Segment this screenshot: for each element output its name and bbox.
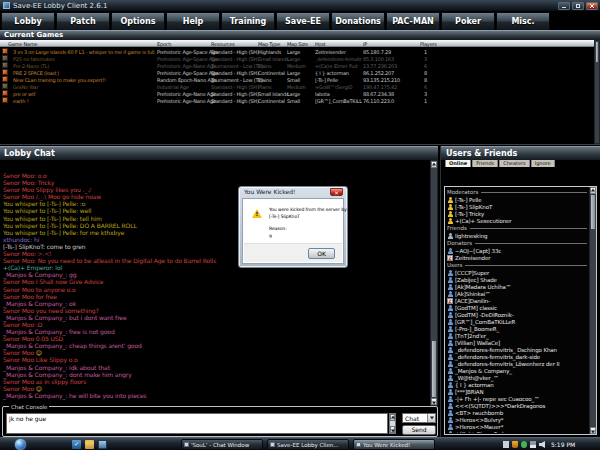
games-column-header[interactable]: Game Name — [8, 41, 37, 47]
ok-button[interactable]: OK — [308, 248, 335, 259]
user-list-item[interactable]: [-Ts-] Tricky — [447, 210, 587, 217]
chat-input[interactable]: jk no he gue — [6, 413, 388, 434]
menu-tab-patch[interactable]: Patch — [56, 12, 110, 30]
menu-tab-misc-[interactable]: Misc. — [496, 12, 550, 30]
menu-tab-poker[interactable]: Poker — [441, 12, 495, 30]
game-row[interactable]: New CLan training to make you expert!!Ra… — [0, 76, 594, 83]
user-list-item[interactable]: _W@th@vker_™ — [447, 374, 587, 381]
taskbar-window-button[interactable]: You Were Kicked! — [353, 439, 435, 450]
title-bar[interactable]: Save-EE Lobby Client 2.6.1 — [0, 0, 600, 11]
user-list-item[interactable]: >Heros<>Bulvry* — [447, 416, 587, 423]
game-row[interactable]: pre or wtfPrehistoric Age-Nano AgeStanda… — [0, 90, 594, 97]
user-list-item[interactable]: [Villian] WallaCe] — [447, 339, 587, 346]
game-row[interactable]: P2S no fate/nukesPrehistoric Age-Space A… — [0, 55, 594, 62]
games-column-header[interactable]: Epoch — [157, 41, 171, 47]
scroll-down-arrow[interactable] — [431, 398, 437, 405]
user-list-item[interactable]: { I } actorman — [447, 381, 587, 388]
user-list-item[interactable]: Zeitreisender — [447, 254, 587, 261]
chat-input-scrollbar[interactable] — [389, 413, 396, 434]
user-list-item[interactable]: [-Ts-] Pelle — [447, 196, 587, 203]
scroll-down-arrow[interactable] — [590, 427, 596, 434]
game-row[interactable]: GraNo WarIndustrial AgeStandard - High (… — [0, 83, 594, 90]
minimize-button[interactable] — [558, 2, 570, 10]
user-name: [Ak]Shinkai™ — [455, 291, 491, 297]
scroll-up-arrow[interactable] — [390, 414, 395, 421]
chat-scrollbar[interactable] — [430, 160, 438, 406]
user-list-item[interactable]: [Zabijec] Shade — [447, 276, 587, 283]
status-online-icon[interactable] — [521, 441, 527, 448]
chat-message: Senor Moo Like Slippy o.o — [3, 356, 430, 363]
menu-tab-help[interactable]: Help — [166, 12, 220, 30]
send-button[interactable]: Send — [402, 425, 436, 435]
games-column-header[interactable]: Resources — [211, 41, 235, 47]
user-list-item[interactable]: [GR™]_ComBaTKiLLeR — [447, 318, 587, 325]
user-list-item[interactable]: [GodTM] -DeDiRoznik- — [447, 311, 587, 318]
chevron-down-icon[interactable] — [427, 414, 435, 422]
users-scrollbar[interactable] — [589, 187, 596, 434]
games-column-header[interactable]: Host — [315, 41, 326, 47]
users-scrollbar-thumb[interactable] — [591, 195, 595, 229]
scroll-down-arrow[interactable] — [390, 426, 395, 433]
quick-launch — [72, 440, 107, 449]
user-list-item[interactable]: _defendores-femvitris_dark-side — [447, 353, 587, 360]
user-list-item[interactable]: <<<(SQTDT)>>>*DarkDragonos — [447, 402, 587, 409]
games-column-header[interactable]: Map Type — [258, 41, 280, 47]
user-list-item[interactable]: [GodTM] classic — [447, 304, 587, 311]
games-scrollbar[interactable] — [594, 40, 600, 144]
game-row[interactable]: PRE 2 SPACE (load:)Prehistoric Age-Space… — [0, 69, 594, 76]
taskbar-clock[interactable]: 5:19 PM — [551, 438, 575, 450]
user-list-item[interactable]: -|+ Fh +|- nepe sec Cuaocoo_™ — [447, 395, 587, 402]
taskbar-window-button[interactable]: Save-EE Lobby Clien... — [267, 439, 349, 450]
user-list-item[interactable]: +(Ca)+ Sexecutioner — [447, 217, 587, 224]
user-list-item[interactable]: lightnesking — [447, 232, 587, 239]
volume-icon[interactable] — [539, 441, 545, 448]
scroll-up-arrow[interactable] — [431, 161, 437, 168]
user-list-item[interactable]: ~AOJ~[Capt] 33c — [447, 247, 587, 254]
user-list-item[interactable]: [***]BRiAN — [447, 388, 587, 395]
menu-tab-save-ee[interactable]: Save-EE — [276, 12, 330, 30]
user-list-item[interactable]: +(Ca)+ Elmer Fud — [447, 430, 587, 433]
games-column-header[interactable]: Map Size — [287, 41, 308, 47]
games-scrollbar-thumb[interactable] — [596, 42, 598, 62]
users-listbox: Moderators [-Ts-] Pelle [-Ts-] SlipKnoT … — [444, 186, 597, 435]
game-row[interactable]: 3 vs 3 on Large Islands 60 F L1 - whispe… — [0, 48, 594, 55]
user-list-item[interactable]: [-Ts-] SlipKnoT — [447, 203, 587, 210]
user-list-item[interactable]: _defendores-femvitris_ Dschingo Khan — [447, 346, 587, 353]
channel-select[interactable]: Chat — [402, 413, 436, 423]
menu-tab-lobby[interactable]: Lobby — [1, 12, 55, 30]
game-row[interactable]: earth !Prehistoric Age-Nano AgeStandard … — [0, 97, 594, 104]
user-list-item[interactable]: >Heros<>Mauer* — [447, 423, 587, 430]
user-list-item[interactable]: [-Pro-]_BoomeR_ — [447, 325, 587, 332]
menu-tab-donations[interactable]: Donations — [331, 12, 385, 30]
menu-tab-options[interactable]: Options — [111, 12, 165, 30]
user-list-item[interactable]: _Manjos & Company_ — [447, 367, 587, 374]
messenger-shortcut-icon[interactable] — [72, 440, 81, 449]
games-column-header[interactable]: IP — [363, 41, 367, 47]
user-list-item[interactable]: _defendores-femvitris_Löwenherz der II — [447, 360, 587, 367]
menu-tab-pac-man[interactable]: PAC-MAN — [386, 12, 440, 30]
dialog-close-button[interactable] — [330, 188, 343, 196]
folder-shortcut-icon[interactable] — [85, 440, 94, 449]
start-button[interactable] — [15, 439, 26, 450]
user-list-item[interactable]: [CCCP]Super — [447, 269, 587, 276]
chat-message: _Manjos & Company_: dont make him angry — [3, 371, 430, 378]
dialog-title[interactable]: You Were Kicked! — [244, 188, 296, 195]
user-list-item[interactable]: [TnT]2nd'er_ — [447, 332, 587, 339]
game-row[interactable]: Pre-2-Nano (TL)Prehistoric Age-Nano AgeT… — [0, 62, 594, 69]
chat-scrollbar-thumb[interactable] — [432, 341, 436, 397]
maximize-button[interactable] — [572, 2, 584, 10]
menu-tab-training[interactable]: Training — [221, 12, 275, 30]
scroll-up-arrow[interactable] — [590, 187, 596, 194]
security-shield-icon[interactable] — [512, 441, 518, 448]
user-list-item[interactable]: [Ak]Shinkai™ — [447, 290, 587, 297]
taskbar-window-button[interactable]: 'SouL' - Chat Window — [181, 439, 263, 450]
games-column-header[interactable]: Players — [420, 41, 437, 47]
user-icon — [447, 305, 453, 311]
display-shortcut-icon[interactable] — [98, 440, 107, 449]
user-list-item[interactable]: [Ak]Madara Uchiha™ — [447, 283, 587, 290]
user-list-item[interactable]: <BT> rauchbomb — [447, 409, 587, 416]
user-list-item[interactable]: [ACE]Danilin- — [447, 297, 587, 304]
close-button[interactable] — [586, 2, 598, 10]
network-icon[interactable] — [530, 441, 536, 448]
language-bar-icon[interactable] — [503, 441, 509, 448]
